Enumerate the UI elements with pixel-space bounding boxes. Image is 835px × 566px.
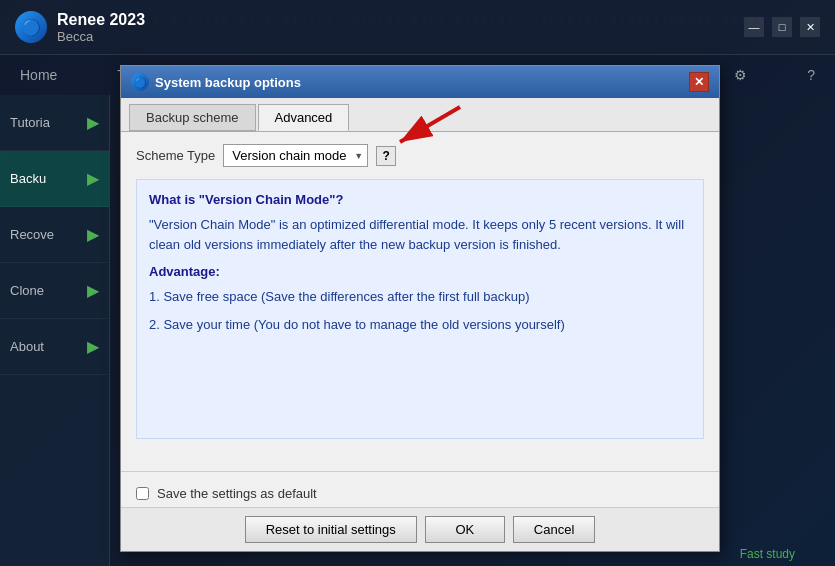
ok-button[interactable]: OK (425, 516, 505, 543)
sidebar-item-tutorial[interactable]: Tutoria ▶ (0, 95, 109, 151)
sidebar-label-tutorial: Tutoria (10, 115, 50, 130)
sidebar-arrow-recover: ▶ (87, 225, 99, 244)
sidebar-item-about[interactable]: About ▶ (0, 319, 109, 375)
restore-button[interactable]: □ (772, 17, 792, 37)
dialog-title: System backup options (155, 75, 301, 90)
scheme-type-select-wrapper: Version chain mode Full backup mode Incr… (223, 144, 368, 167)
info-title: What is "Version Chain Mode"? (149, 192, 691, 207)
app-icon: 🔵 (15, 11, 47, 43)
cancel-button[interactable]: Cancel (513, 516, 595, 543)
scheme-help-button[interactable]: ? (376, 146, 396, 166)
close-button[interactable]: ✕ (800, 17, 820, 37)
settings-icon[interactable]: ⚙ (734, 67, 747, 83)
sidebar-arrow-about: ▶ (87, 337, 99, 356)
info-paragraph1: "Version Chain Mode" is an optimized dif… (149, 215, 691, 254)
sidebar-label-backup: Backu (10, 171, 46, 186)
sidebar-label-about: About (10, 339, 44, 354)
sidebar-arrow-tutorial: ▶ (87, 113, 99, 132)
minimize-button[interactable]: — (744, 17, 764, 37)
sidebar-label-recover: Recove (10, 227, 54, 242)
info-box: What is "Version Chain Mode"? "Version C… (136, 179, 704, 439)
scheme-type-select[interactable]: Version chain mode Full backup mode Incr… (223, 144, 368, 167)
advantage-item-1: 1. Save free space (Save the differences… (149, 287, 691, 307)
app-name: Renee 2023 (57, 11, 744, 29)
dialog-tabs: Backup scheme Advanced (121, 98, 719, 132)
tab-backup-scheme-label: Backup scheme (146, 110, 239, 125)
advantage-title: Advantage: (149, 264, 691, 279)
dialog-title-bar: 🔵 System backup options ✕ (121, 66, 719, 98)
reset-button[interactable]: Reset to initial settings (245, 516, 417, 543)
dialog-content: Scheme Type Version chain mode Full back… (121, 132, 719, 463)
dialog-close-button[interactable]: ✕ (689, 72, 709, 92)
app-user: Becca (57, 29, 744, 44)
sidebar-arrow-clone: ▶ (87, 281, 99, 300)
advantage-item-2: 2. Save your time (You do not have to ma… (149, 315, 691, 335)
dialog-footer-checkbox-area: Save the settings as default (121, 480, 719, 507)
sidebar-label-clone: Clone (10, 283, 44, 298)
nav-home[interactable]: Home (20, 67, 57, 83)
sidebar-item-recover[interactable]: Recove ▶ (0, 207, 109, 263)
tab-backup-scheme[interactable]: Backup scheme (129, 104, 256, 131)
dialog-title-left: 🔵 System backup options (131, 73, 301, 91)
tab-advanced[interactable]: Advanced (258, 104, 350, 131)
save-default-checkbox[interactable] (136, 487, 149, 500)
sidebar-item-backup[interactable]: Backu ▶ (0, 151, 109, 207)
sidebar-item-clone[interactable]: Clone ▶ (0, 263, 109, 319)
system-backup-dialog: 🔵 System backup options ✕ Backup scheme … (120, 65, 720, 552)
title-bar: 🔵 Renee 2023 Becca — □ ✕ (0, 0, 835, 55)
dialog-app-icon: 🔵 (131, 73, 149, 91)
titlebar-controls: — □ ✕ (744, 17, 820, 37)
scheme-type-row: Scheme Type Version chain mode Full back… (136, 144, 704, 167)
scheme-type-label: Scheme Type (136, 148, 215, 163)
dialog-separator (121, 471, 719, 472)
save-default-label: Save the settings as default (157, 486, 317, 501)
help-icon[interactable]: ? (807, 67, 815, 83)
app-title-block: Renee 2023 Becca (57, 11, 744, 44)
tab-advanced-label: Advanced (275, 110, 333, 125)
sidebar-arrow-backup: ▶ (87, 169, 99, 188)
sidebar: Tutoria ▶ Backu ▶ Recove ▶ Clone ▶ About… (0, 95, 110, 566)
fast-study-text: Fast study (740, 547, 795, 561)
dialog-footer-buttons: Reset to initial settings OK Cancel (121, 507, 719, 551)
